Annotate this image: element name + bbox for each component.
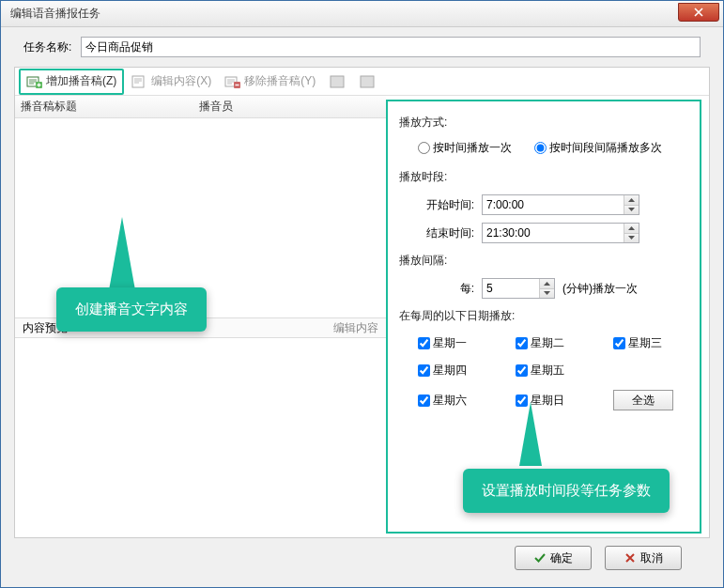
day-friday[interactable]: 星期五 (516, 363, 591, 379)
radio-repeat[interactable]: 按时间段间隔播放多次 (534, 140, 662, 156)
every-suffix: (分钟)播放一次 (562, 281, 638, 297)
remove-script-label: 移除播音稿(Y) (244, 73, 316, 89)
script-list[interactable]: 创建播音文字内容 (15, 118, 386, 317)
interval-spin-buttons[interactable] (539, 279, 554, 298)
add-script-label: 增加播音稿(Z) (46, 73, 116, 89)
edit-content-label: 编辑内容(X) (151, 73, 211, 89)
window-title: 编辑语音播报任务 (5, 6, 678, 22)
radio-repeat-input[interactable] (534, 142, 547, 154)
preview-edit-link[interactable]: 编辑内容 (333, 320, 378, 336)
remove-icon (224, 74, 241, 89)
preview-body (15, 338, 386, 537)
spin-up-icon[interactable] (540, 279, 554, 289)
edit-content-button[interactable]: 编辑内容(X) (126, 70, 217, 93)
weekdays-grid: 星期一 星期二 星期三 星期四 星期五 星期六 星期日 全选 (399, 330, 688, 410)
task-name-input[interactable] (81, 37, 701, 57)
callout-arrow-2 (519, 402, 542, 466)
weekdays-label: 在每周的以下日期播放: (399, 308, 688, 324)
radio-once[interactable]: 按时间播放一次 (418, 140, 512, 156)
cancel-icon (624, 552, 636, 564)
interval-row: 每: (分钟)播放一次 (399, 274, 688, 302)
content-area: 任务名称: 增加播音稿(Z) 编辑内容(X) 移除播音稿(Y) (1, 27, 723, 587)
select-all-button[interactable]: 全选 (613, 390, 673, 410)
svg-rect-5 (331, 76, 344, 87)
callout-1: 创建播音文字内容 (56, 287, 207, 332)
day-saturday[interactable]: 星期六 (418, 393, 493, 409)
interval-label: 播放间隔: (399, 253, 688, 269)
end-time-label: 结束时间: (418, 225, 474, 241)
edit-icon (131, 74, 148, 89)
spin-up-icon[interactable] (624, 224, 639, 234)
dialog-window: 编辑语音播报任务 任务名称: 增加播音稿(Z) 编辑内容(X) (0, 0, 724, 588)
main-panel: 增加播音稿(Z) 编辑内容(X) 移除播音稿(Y) (14, 67, 710, 538)
interval-spinner[interactable] (482, 278, 555, 299)
end-spin-buttons[interactable] (624, 224, 639, 242)
spin-down-icon[interactable] (624, 206, 639, 215)
day-monday[interactable]: 星期一 (418, 335, 493, 351)
callout-arrow-1 (109, 217, 135, 290)
start-time-input[interactable] (483, 195, 624, 214)
play-mode-label: 播放方式: (399, 115, 688, 131)
col-title: 播音稿标题 (15, 99, 193, 115)
period-label: 播放时段: (399, 169, 688, 185)
check-icon (534, 552, 546, 564)
task-name-row: 任务名称: (14, 37, 710, 57)
left-column: 播音稿标题 播音员 创建播音文字内容 内容预览: 编辑内容 (15, 96, 386, 537)
ok-button[interactable]: 确定 (515, 546, 592, 570)
spin-down-icon[interactable] (624, 234, 639, 243)
cancel-button[interactable]: 取消 (605, 546, 682, 570)
day-tuesday[interactable]: 星期二 (516, 335, 591, 351)
interval-input[interactable] (483, 279, 539, 298)
toolbar: 增加播音稿(Z) 编辑内容(X) 移除播音稿(Y) (15, 68, 709, 96)
end-time-row: 结束时间: (399, 219, 688, 247)
radio-once-input[interactable] (418, 142, 430, 154)
list-header: 播音稿标题 播音员 (15, 96, 386, 118)
close-button[interactable] (678, 3, 719, 22)
svg-rect-6 (361, 76, 374, 87)
remove-script-button[interactable]: 移除播音稿(Y) (219, 70, 321, 93)
extra-button-2[interactable] (353, 70, 381, 93)
start-spin-buttons[interactable] (624, 195, 639, 214)
bottom-bar: 确定 取消 (14, 538, 710, 578)
day-wednesday[interactable]: 星期三 (613, 335, 688, 351)
end-time-spinner[interactable] (482, 223, 639, 243)
start-time-spinner[interactable] (482, 194, 639, 215)
svg-rect-2 (132, 76, 144, 87)
callout-2: 设置播放时间段等任务参数 (463, 469, 670, 513)
close-icon (694, 8, 703, 17)
play-mode-radios: 按时间播放一次 按时间段间隔播放多次 (399, 136, 688, 163)
page-icon-2 (359, 74, 376, 89)
end-time-input[interactable] (483, 224, 624, 242)
task-name-label: 任务名称: (23, 39, 71, 55)
start-time-row: 开始时间: (399, 191, 688, 219)
titlebar: 编辑语音播报任务 (1, 1, 723, 27)
spin-down-icon[interactable] (540, 289, 554, 299)
add-icon (26, 74, 43, 89)
col-announcer: 播音员 (193, 99, 386, 115)
extra-button-1[interactable] (323, 70, 351, 93)
add-script-button[interactable]: 增加播音稿(Z) (19, 69, 124, 95)
day-thursday[interactable]: 星期四 (418, 363, 493, 379)
start-time-label: 开始时间: (418, 197, 474, 213)
every-label: 每: (418, 281, 474, 297)
spin-up-icon[interactable] (624, 195, 639, 206)
page-icon (329, 74, 346, 89)
